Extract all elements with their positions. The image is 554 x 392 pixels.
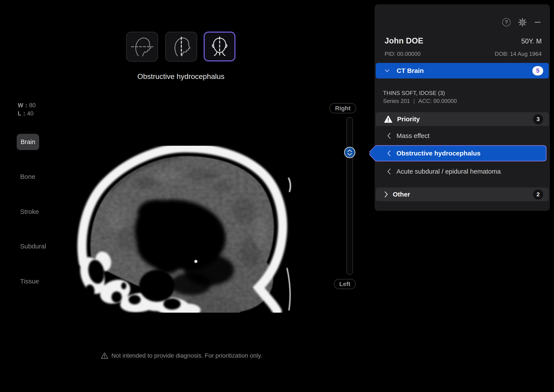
- finding-title: Obstructive hydrocephalus: [73, 72, 289, 81]
- preset-tissue-button[interactable]: Tissue: [20, 278, 68, 286]
- chevron-right-icon: [384, 191, 388, 198]
- orientation-left-label: Left: [334, 279, 356, 289]
- panel-header-actions: ?: [502, 18, 541, 26]
- patient-name: John DOE: [385, 36, 423, 45]
- window-level-value: 40: [27, 110, 34, 117]
- chevron-up-icon: [347, 150, 352, 152]
- minimize-icon[interactable]: [534, 18, 541, 26]
- finding-item-mass-effect[interactable]: Mass effect: [376, 126, 549, 146]
- app-root: Obstructive hydrocephalus W : 80 L : 40 …: [0, 0, 554, 392]
- ct-sagittal-image[interactable]: [71, 146, 296, 313]
- study-ct-brain-row[interactable]: CT Brain 5: [376, 63, 549, 78]
- window-width-row: W : 80: [18, 101, 36, 109]
- priority-count-badge: 3: [533, 114, 543, 124]
- coronal-head-icon: [207, 35, 232, 58]
- window-width-label: W :: [18, 102, 28, 109]
- window-level-label: L :: [18, 110, 26, 117]
- orientation-right-label: Right: [329, 103, 356, 113]
- chevron-left-icon: [387, 150, 391, 157]
- chevron-left-icon: [387, 168, 391, 175]
- series-accession: ACC: 00.00000: [418, 97, 457, 105]
- worklist-panel: ? John DOE 50Y. M PID: 00.: [374, 4, 550, 211]
- finding-item-obstructive-hydrocephalus-selected[interactable]: Obstructive hydrocephalus: [369, 145, 549, 162]
- other-count-badge: 2: [533, 189, 543, 200]
- window-width-value: 80: [29, 102, 36, 109]
- finding-label: Obstructive hydrocephalus: [396, 150, 480, 157]
- series-number: Series 201: [383, 97, 410, 105]
- patient-header: John DOE 50Y. M: [385, 36, 542, 45]
- window-level-row: L : 40: [18, 109, 36, 118]
- axial-head-icon: [130, 35, 155, 59]
- warning-triangle-outline-icon: [101, 352, 108, 359]
- selected-row-content: Obstructive hydrocephalus: [369, 145, 549, 162]
- slice-slider-track[interactable]: [346, 117, 353, 275]
- study-count-badge: 5: [532, 66, 543, 76]
- other-section-label: Other: [393, 191, 410, 198]
- chevron-down-icon: [384, 68, 390, 74]
- settings-gear-icon[interactable]: [518, 18, 526, 26]
- help-icon[interactable]: ?: [502, 18, 511, 26]
- preset-brain-button[interactable]: Brain: [17, 134, 39, 150]
- series-description: THINS SOFT, IDOSE (3): [383, 89, 457, 97]
- separator: |: [413, 97, 415, 105]
- finding-label: Mass effect: [396, 132, 430, 140]
- finding-item-acute-subdural-epidural-hematoma[interactable]: Acute subdural / epidural hematoma: [376, 162, 549, 181]
- patient-dob: DOB: 14 Aug 1964: [495, 51, 542, 57]
- slice-slider-thumb[interactable]: [344, 147, 355, 158]
- sagittal-head-icon: [169, 35, 194, 59]
- disclaimer-text: Not intended to provide diagnosis. For p…: [111, 352, 262, 359]
- preset-stroke-button[interactable]: Stroke: [20, 208, 68, 216]
- chevron-left-icon: [387, 133, 391, 139]
- window-level-readout: W : 80 L : 40: [18, 101, 36, 118]
- patient-ids: PID: 00.00000 DOB: 14 Aug 1964: [385, 51, 542, 57]
- patient-age-sex: 50Y. M: [521, 37, 542, 45]
- priority-section-label: Priority: [397, 115, 420, 123]
- priority-section-header[interactable]: Priority 3: [376, 112, 549, 126]
- chevron-down-icon: [347, 153, 352, 155]
- disclaimer: Not intended to provide diagnosis. For p…: [73, 352, 289, 359]
- warning-triangle-icon: [384, 115, 392, 123]
- preset-bone-button[interactable]: Bone: [20, 173, 68, 181]
- series-info: THINS SOFT, IDOSE (3) Series 201 | ACC: …: [383, 89, 457, 105]
- series-meta: Series 201 | ACC: 00.00000: [383, 97, 457, 105]
- finding-label: Acute subdural / epidural hematoma: [396, 168, 501, 175]
- orientation-axial-button[interactable]: [126, 32, 158, 62]
- preset-subdural-button[interactable]: Subdural: [20, 243, 68, 251]
- orientation-sagittal-button[interactable]: [165, 32, 197, 62]
- patient-pid: PID: 00.00000: [385, 51, 420, 57]
- study-label: CT Brain: [397, 67, 424, 74]
- other-section-header[interactable]: Other 2: [376, 188, 549, 201]
- orientation-coronal-button[interactable]: [204, 32, 236, 61]
